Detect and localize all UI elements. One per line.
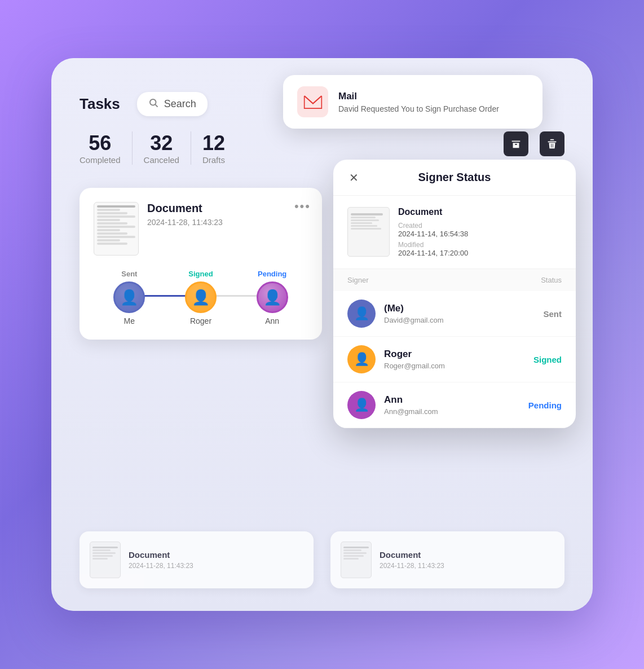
mail-text-group: Mail David Requested You to Sign Purchas… [338, 91, 499, 113]
signer-row-ann-status: Pending [528, 400, 562, 410]
mini-doc-card-1[interactable]: Document 2024-11-28, 11:43:23 [80, 531, 314, 588]
mini-doc-card-2[interactable]: Document 2024-11-28, 11:43:23 [330, 531, 564, 588]
delete-button[interactable] [540, 131, 564, 156]
signers-table-header: Signer Status [333, 269, 576, 291]
doc-card-menu[interactable]: ••• [294, 199, 311, 214]
doc-thumbnail-inner [94, 203, 138, 255]
doc-thumbnail [94, 202, 139, 256]
stat-canceled-number: 32 [144, 131, 179, 155]
signer-row-roger-status: Signed [533, 355, 562, 364]
tasks-title: Tasks [80, 95, 120, 113]
main-doc-card[interactable]: ••• [80, 188, 322, 340]
mail-icon-wrapper [297, 86, 328, 117]
signer-row-me-info: (Me) David@gmail.com [384, 303, 535, 324]
toolbar-icons [504, 131, 564, 156]
col-header-signer: Signer [347, 276, 369, 284]
modal-doc-name: Document [398, 207, 468, 217]
mini-doc-title-2: Document [380, 550, 444, 560]
created-value: 2024-11-14, 16:54:38 [398, 230, 468, 238]
search-icon [148, 98, 158, 111]
bottom-docs: Document 2024-11-28, 11:43:23 Document [80, 531, 564, 588]
outer-card: Tasks Search 56 Completed 32 Canceled [51, 58, 593, 611]
signer-ann-name: Ann [265, 316, 279, 325]
doc-line-5 [97, 219, 120, 221]
signer-row-me-name: (Me) [384, 303, 535, 314]
doc-line-2 [97, 209, 120, 211]
signer-roger-avatar: 👤 [185, 281, 217, 313]
stat-completed: 56 Completed [80, 131, 133, 165]
signer-roger: Signed 👤 Roger [185, 270, 217, 325]
svg-line-1 [155, 104, 157, 107]
signer-row-me: 👤 (Me) David@gmail.com Sent [333, 291, 576, 337]
doc-line-12 [97, 243, 127, 245]
signer-ann-label: Pending [258, 270, 286, 278]
doc-line-9 [97, 232, 127, 235]
signer-row-me-email: David@gmail.com [384, 316, 535, 324]
signer-row-roger: 👤 Roger Roger@gmail.com Signed [333, 337, 576, 382]
signer-row-ann-name: Ann [384, 394, 520, 406]
doc-line-11 [97, 239, 120, 241]
mini-doc-info-2: Document 2024-11-28, 11:43:23 [380, 550, 444, 570]
modified-label: Modified [398, 241, 468, 249]
doc-line-7 [97, 226, 135, 228]
mini-doc-info-1: Document 2024-11-28, 11:43:23 [129, 550, 193, 570]
doc-date: 2024-11-28, 11:43:23 [147, 218, 223, 227]
modal-doc-details: Document Created 2024-11-14, 16:54:38 Mo… [398, 207, 468, 257]
stat-canceled-label: Canceled [144, 155, 179, 165]
mail-app-name: Mail [338, 91, 499, 102]
doc-line-10 [97, 236, 135, 238]
signer-row-me-avatar: 👤 [347, 300, 376, 328]
doc-title: Document [147, 202, 223, 215]
signer-ann-avatar: 👤 [257, 281, 288, 313]
stats-row: 56 Completed 32 Canceled 12 Drafts [80, 131, 236, 165]
mail-icon [303, 93, 323, 112]
signer-row-roger-email: Roger@gmail.com [384, 362, 525, 370]
signer-roger-label: Signed [188, 270, 213, 278]
signer-row-ann-avatar: 👤 [347, 391, 376, 419]
mini-doc-title-1: Document [129, 550, 193, 560]
doc-line-8 [97, 229, 120, 231]
modal-header: ✕ Signer Status [333, 160, 576, 196]
mini-doc-date-1: 2024-11-28, 11:43:23 [129, 562, 193, 570]
doc-line-6 [97, 222, 127, 225]
stat-completed-number: 56 [80, 131, 121, 155]
search-bar[interactable]: Search [137, 92, 208, 116]
stat-drafts-number: 12 [202, 131, 225, 155]
doc-info: Document 2024-11-28, 11:43:23 [147, 202, 223, 227]
signer-modal: ✕ Signer Status Document Created 2024-11… [333, 160, 576, 428]
signer-row-roger-avatar: 👤 [347, 345, 376, 373]
mail-message: David Requested You to Sign Purchase Ord… [338, 104, 499, 113]
modal-doc-thumbnail [347, 207, 390, 257]
mini-doc-thumbnail-2 [341, 542, 372, 578]
svg-point-0 [150, 99, 156, 105]
archive-button[interactable] [504, 131, 528, 156]
modal-title: Signer Status [418, 171, 491, 184]
doc-line-3 [97, 212, 127, 214]
doc-line-1 [97, 205, 135, 208]
signer-row-roger-info: Roger Roger@gmail.com [384, 349, 525, 370]
modal-doc-section: Document Created 2024-11-14, 16:54:38 Mo… [333, 196, 576, 269]
modal-close-button[interactable]: ✕ [345, 169, 363, 187]
signer-me-avatar: 👤 [113, 281, 145, 313]
search-label: Search [164, 98, 196, 110]
doc-card-content: Document 2024-11-28, 11:43:23 [94, 202, 308, 256]
signer-me-name: Me [124, 316, 135, 325]
mini-doc-thumbnail-1 [90, 542, 121, 578]
signer-row-roger-name: Roger [384, 349, 525, 360]
signer-me: Sent 👤 Me [113, 270, 145, 325]
signer-roger-name: Roger [190, 316, 211, 325]
doc-line-4 [97, 215, 135, 218]
signer-row-ann-info: Ann Ann@gmail.com [384, 394, 520, 416]
signer-ann: Pending 👤 Ann [257, 270, 288, 325]
signer-row-ann: 👤 Ann Ann@gmail.com Pending [333, 382, 576, 428]
stat-canceled: 32 Canceled [133, 131, 191, 165]
signers-flow: Sent 👤 Me Signed 👤 Roger Pending [94, 270, 308, 325]
col-header-status: Status [541, 276, 562, 284]
signer-me-label: Sent [121, 270, 137, 278]
created-label: Created [398, 222, 468, 230]
mail-notification[interactable]: Mail David Requested You to Sign Purchas… [283, 75, 542, 129]
signer-row-me-status: Sent [543, 309, 562, 319]
mini-doc-date-2: 2024-11-28, 11:43:23 [380, 562, 444, 570]
modified-value: 2024-11-14, 17:20:00 [398, 249, 468, 257]
stat-drafts-label: Drafts [202, 155, 225, 165]
